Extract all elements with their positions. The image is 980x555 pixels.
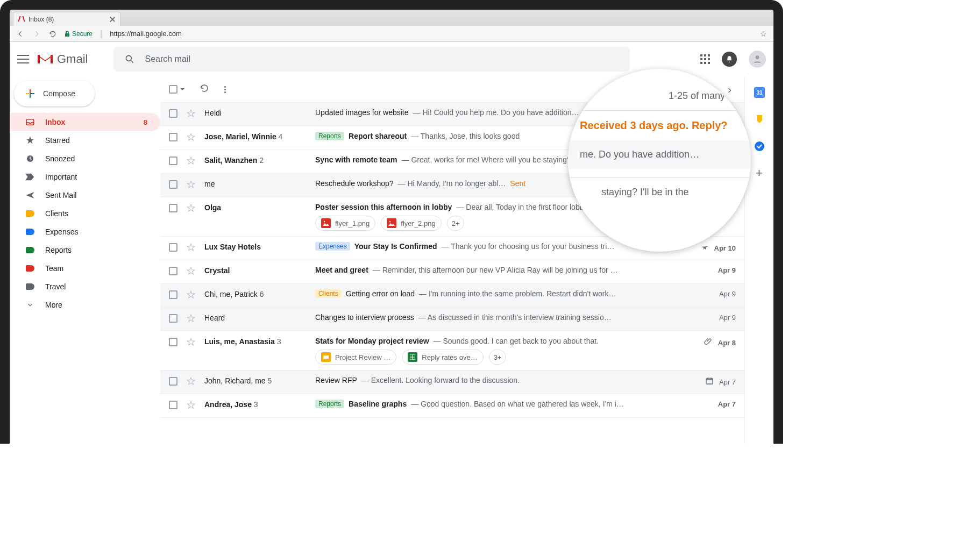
menu-icon[interactable] (17, 55, 29, 63)
important-icon (25, 172, 35, 182)
row-subject: Stats for Monday project review (315, 337, 429, 345)
sidebar-item-label: Expenses (45, 227, 78, 236)
forward-icon[interactable] (32, 30, 41, 38)
row-checkbox[interactable] (169, 267, 177, 275)
row-label-tag: Expenses (315, 242, 350, 251)
email-row[interactable]: Luis, me, Anastasia 3Stats for Monday pr… (160, 331, 744, 370)
row-subject: Updated images for website (315, 108, 409, 117)
svg-point-11 (755, 141, 764, 151)
gmail-wordmark: Gmail (57, 52, 88, 66)
attachment-chip[interactable]: Project Review … (315, 350, 396, 365)
label-icon (25, 245, 35, 255)
row-subject: Review RFP (315, 376, 357, 385)
sidebar-item-reports[interactable]: Reports (10, 241, 160, 259)
email-row[interactable]: John, Richard, me 5Review RFPExcellent. … (160, 370, 744, 394)
attachment-chip[interactable]: Reply rates ove… (402, 350, 483, 365)
back-icon[interactable] (16, 30, 25, 38)
row-checkbox[interactable] (169, 243, 177, 252)
chip-more-count[interactable]: 2+ (447, 216, 465, 231)
attachment-chip[interactable]: flyer_1.png (315, 216, 375, 231)
reload-icon[interactable] (48, 30, 57, 38)
apps-grid-icon[interactable] (700, 54, 710, 64)
svg-rect-8 (706, 378, 713, 384)
row-star-icon[interactable] (186, 337, 196, 349)
tasks-icon[interactable] (754, 141, 765, 152)
row-checkbox[interactable] (169, 180, 177, 189)
sidebar-item-clients[interactable]: Clients (10, 204, 160, 223)
row-sender: me (204, 179, 307, 188)
sidebar-item-starred[interactable]: Starred (10, 131, 160, 150)
more-menu-icon[interactable] (224, 86, 226, 93)
notifications-icon[interactable] (722, 52, 737, 67)
refresh-icon[interactable] (200, 83, 209, 95)
gmail-logo[interactable]: Gmail (37, 52, 88, 66)
next-page-icon[interactable]: › (723, 83, 736, 96)
row-star-icon[interactable] (186, 156, 196, 168)
sidebar-item-snoozed[interactable]: Snoozed (10, 150, 160, 168)
row-subject: Meet and greet (315, 266, 368, 274)
row-star-icon[interactable] (186, 400, 196, 412)
row-meta: Apr 9 (698, 266, 736, 274)
row-star-icon[interactable] (186, 266, 196, 278)
sidebar-item-team[interactable]: Team (10, 259, 160, 278)
email-row[interactable]: Chi, me, Patrick 6ClientsGetting error o… (160, 283, 744, 307)
row-star-icon[interactable] (186, 376, 196, 388)
tab-title: Inbox (8) (29, 16, 54, 23)
browser-tab[interactable]: Inbox (8) (13, 12, 120, 26)
bookmark-star-icon[interactable]: ☆ (760, 30, 767, 38)
row-label-tag: Clients (315, 289, 342, 298)
row-checkbox[interactable] (169, 338, 177, 346)
sidebar-item-expenses[interactable]: Expenses (10, 223, 160, 241)
email-row[interactable]: Andrea, Jose 3ReportsBaseline graphsGood… (160, 394, 744, 418)
sheets-icon (408, 352, 417, 362)
keep-icon[interactable] (754, 114, 765, 125)
row-meta: Apr 9 (698, 313, 736, 322)
email-row[interactable]: CrystalMeet and greetReminder, this afte… (160, 260, 744, 283)
sidebar-item-label: Sent Mail (45, 191, 76, 200)
row-star-icon[interactable] (186, 290, 196, 302)
image-icon (321, 218, 331, 228)
calendar-icon[interactable]: 31 (754, 87, 765, 98)
row-checkbox[interactable] (169, 109, 177, 118)
row-checkbox[interactable] (169, 377, 177, 386)
row-star-icon[interactable] (186, 243, 196, 254)
row-checkbox[interactable] (169, 156, 177, 165)
account-avatar[interactable] (749, 51, 766, 68)
row-star-icon[interactable] (186, 109, 196, 120)
attachment-chip[interactable]: flyer_2.png (381, 216, 441, 231)
sidebar-item-sent-mail[interactable]: Sent Mail (10, 186, 160, 204)
close-tab-icon[interactable] (109, 16, 116, 23)
row-star-icon[interactable] (186, 203, 196, 215)
compose-button[interactable]: Compose (14, 81, 95, 106)
row-checkbox[interactable] (169, 401, 177, 409)
search-bar[interactable]: Search mail (113, 47, 630, 72)
row-star-icon[interactable] (186, 132, 196, 144)
sidebar-item-travel[interactable]: Travel (10, 278, 160, 296)
row-checkbox[interactable] (169, 204, 177, 212)
sidebar-item-inbox[interactable]: Inbox8 (10, 113, 160, 131)
row-subject: Reschedule workshop? (315, 179, 394, 188)
url-text[interactable]: https://mail.google.com (110, 30, 182, 38)
row-label-tag: Reports (315, 132, 344, 140)
browser-address-bar: Secure | https://mail.google.com ☆ (10, 26, 773, 42)
row-snippet: Thank you for choosing us for your busin… (441, 242, 614, 251)
row-checkbox[interactable] (169, 314, 177, 323)
row-checkbox[interactable] (169, 290, 177, 299)
row-snippet: I'm running into the same problem. Resta… (419, 289, 616, 298)
chip-more-count[interactable]: 3+ (489, 350, 507, 365)
add-addon-icon[interactable]: + (754, 168, 765, 179)
row-star-icon[interactable] (186, 180, 196, 191)
search-placeholder: Search mail (145, 54, 190, 64)
sidebar-item-more[interactable]: More (10, 296, 160, 314)
row-date: Apr 8 (718, 339, 736, 347)
sidebar-item-count: 8 (144, 118, 147, 126)
clock-icon (25, 153, 35, 164)
select-all-checkbox[interactable] (169, 85, 184, 94)
inbox-icon (25, 117, 35, 127)
slides-icon (321, 352, 331, 362)
row-checkbox[interactable] (169, 133, 177, 141)
sidebar-item-important[interactable]: Important (10, 168, 160, 186)
email-row[interactable]: HeardChanges to interview processAs disc… (160, 307, 744, 331)
secure-badge: Secure (65, 30, 93, 38)
row-star-icon[interactable] (186, 314, 196, 325)
